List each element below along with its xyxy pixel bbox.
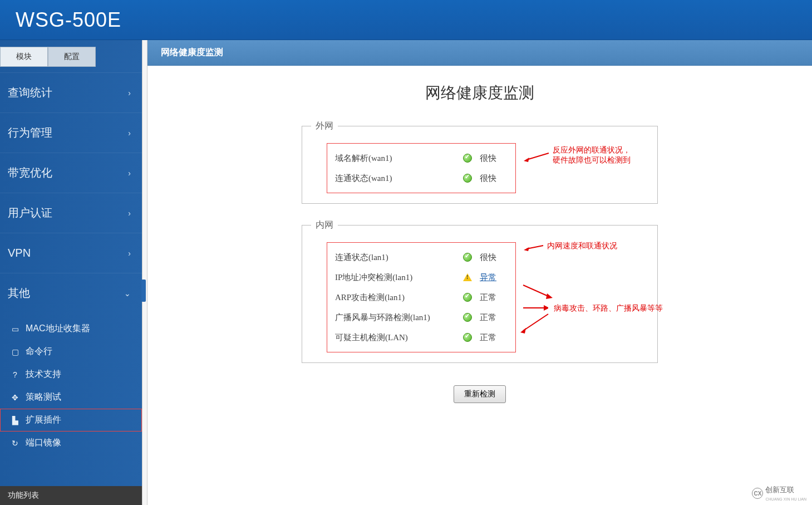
sub-plugin[interactable]: ▙ 扩展插件 xyxy=(0,409,142,432)
svg-line-2 xyxy=(526,246,543,249)
status-text: 正常 xyxy=(480,332,508,343)
refresh-icon: ↻ xyxy=(10,438,20,448)
status-row: 域名解析(wan1) 很快 xyxy=(335,148,508,168)
status-link[interactable]: 异常 xyxy=(480,272,508,283)
legend-wan: 外网 xyxy=(311,120,338,132)
annotation-lan-attack: 病毒攻击、环路、广播风暴等等 xyxy=(554,303,663,313)
ok-icon xyxy=(461,333,474,342)
status-row: 广播风暴与环路检测(lan1) 正常 xyxy=(335,307,508,327)
nav-query-stats[interactable]: 查询统计 › xyxy=(0,72,142,112)
nav-label: 用户认证 xyxy=(8,205,52,220)
chevron-right-icon: › xyxy=(128,249,131,258)
nav-label: 查询统计 xyxy=(8,85,52,100)
watermark-logo-icon: CX xyxy=(752,488,763,499)
sub-support[interactable]: ? 技术支持 xyxy=(0,363,142,386)
watermark: CX 创新互联 CHUANG XIN HU LIAN xyxy=(752,485,806,502)
terminal-icon: ▢ xyxy=(10,347,20,357)
status-label: 连通状态(wan1) xyxy=(335,173,461,184)
sub-cmdline[interactable]: ▢ 命令行 xyxy=(0,340,142,363)
svg-marker-3 xyxy=(524,247,529,251)
svg-line-0 xyxy=(526,153,549,160)
content-header: 网络健康度监测 xyxy=(147,40,812,66)
status-label: 广播风暴与环路检测(lan1) xyxy=(335,312,461,323)
arrow-icon xyxy=(524,243,546,251)
ok-icon xyxy=(461,154,474,163)
help-icon: ? xyxy=(10,370,20,380)
svg-line-8 xyxy=(523,314,548,331)
status-text: 很快 xyxy=(480,173,508,184)
sub-label: 扩展插件 xyxy=(26,414,61,426)
nav-vpn[interactable]: VPN › xyxy=(0,233,142,273)
nav-behavior[interactable]: 行为管理 › xyxy=(0,112,142,153)
main-content: 网络健康度监测 网络健康度监测 外网 域名解析(wan1) 很快 连通状态(wa… xyxy=(147,40,812,505)
sub-label: 命令行 xyxy=(26,346,52,357)
nav-label: 带宽优化 xyxy=(8,165,52,180)
nav-bandwidth[interactable]: 带宽优化 › xyxy=(0,153,142,193)
sub-port-mirror[interactable]: ↻ 端口镜像 xyxy=(0,432,142,454)
move-icon: ✥ xyxy=(10,393,20,403)
tab-config[interactable]: 配置 xyxy=(48,47,96,67)
sub-label: 策略测试 xyxy=(26,391,61,403)
splitter-handle-icon[interactable] xyxy=(141,280,146,302)
app-header: WSG-500E xyxy=(0,0,812,40)
annotation-lan-speed: 内网速度和联通状况 xyxy=(547,241,617,251)
status-row: 可疑主机检测(LAN) 正常 xyxy=(335,327,508,347)
status-row: ARP攻击检测(lan1) 正常 xyxy=(335,287,508,307)
sidebar: 模块 配置 查询统计 › 行为管理 › 带宽优化 › 用户认证 › VPN › … xyxy=(0,40,142,505)
arrow-icon xyxy=(520,311,554,334)
sub-policy-test[interactable]: ✥ 策略测试 xyxy=(0,386,142,409)
arrow-icon xyxy=(524,150,552,163)
ok-icon xyxy=(461,313,474,322)
status-row: 连通状态(lan1) 很快 xyxy=(335,247,508,267)
subnav-other: ▭ MAC地址收集器 ▢ 命令行 ? 技术支持 ✥ 策略测试 ▙ 扩展插件 ↻ … xyxy=(0,313,142,461)
lan-status-box: 连通状态(lan1) 很快 IP地址冲突检测(lan1) 异常 ARP攻击检测(… xyxy=(327,242,516,352)
svg-line-4 xyxy=(523,285,548,296)
status-row: IP地址冲突检测(lan1) 异常 xyxy=(335,267,508,287)
ok-icon xyxy=(461,174,474,183)
status-label: 可疑主机检测(LAN) xyxy=(335,332,461,343)
nav-label: 行为管理 xyxy=(8,125,52,140)
warn-icon xyxy=(461,273,474,281)
wan-status-box: 域名解析(wan1) 很快 连通状态(wan1) 很快 xyxy=(327,143,516,193)
ok-icon xyxy=(461,253,474,262)
status-text: 很快 xyxy=(480,153,508,164)
status-text: 很快 xyxy=(480,252,508,263)
nav-label: VPN xyxy=(8,247,31,259)
chevron-right-icon: › xyxy=(128,129,131,138)
nav-other[interactable]: 其他 ⌄ xyxy=(0,273,142,313)
puzzle-icon: ▙ xyxy=(10,415,20,425)
card-icon: ▭ xyxy=(10,324,20,334)
chevron-right-icon: › xyxy=(128,209,131,218)
sidebar-footer: 功能列表 xyxy=(0,486,142,505)
sub-label: MAC地址收集器 xyxy=(26,323,90,335)
sidebar-tabs: 模块 配置 xyxy=(0,47,96,67)
status-label: ARP攻击检测(lan1) xyxy=(335,292,461,303)
chevron-right-icon: › xyxy=(128,89,131,97)
status-text: 正常 xyxy=(480,312,508,323)
app-title: WSG-500E xyxy=(16,8,121,32)
svg-marker-1 xyxy=(524,158,529,162)
watermark-sub: CHUANG XIN HU LIAN xyxy=(765,497,806,501)
legend-lan: 内网 xyxy=(311,219,338,231)
status-text: 正常 xyxy=(480,292,508,303)
ok-icon xyxy=(461,293,474,302)
chevron-down-icon: ⌄ xyxy=(124,289,131,298)
sub-label: 技术支持 xyxy=(26,369,61,380)
sub-mac-collector[interactable]: ▭ MAC地址收集器 xyxy=(0,317,142,340)
status-label: 域名解析(wan1) xyxy=(335,153,461,164)
watermark-brand: 创新互联 xyxy=(765,486,794,494)
nav-userauth[interactable]: 用户认证 › xyxy=(0,193,142,233)
group-wan: 外网 域名解析(wan1) 很快 连通状态(wan1) 很快 xyxy=(302,120,658,204)
page-title: 网络健康度监测 xyxy=(147,82,812,104)
status-label: 连通状态(lan1) xyxy=(335,252,461,263)
svg-marker-9 xyxy=(520,328,526,334)
svg-marker-7 xyxy=(544,305,548,311)
splitter[interactable] xyxy=(142,40,147,505)
recheck-button[interactable]: 重新检测 xyxy=(454,385,506,403)
chevron-right-icon: › xyxy=(128,169,131,178)
sub-label: 端口镜像 xyxy=(26,437,61,449)
status-label: IP地址冲突检测(lan1) xyxy=(335,272,461,283)
annotation-wan: 反应外网的联通状况，硬件故障也可以检测到 xyxy=(553,145,631,165)
tab-module[interactable]: 模块 xyxy=(0,47,48,67)
group-lan: 内网 连通状态(lan1) 很快 IP地址冲突检测(lan1) 异常 xyxy=(302,219,658,363)
